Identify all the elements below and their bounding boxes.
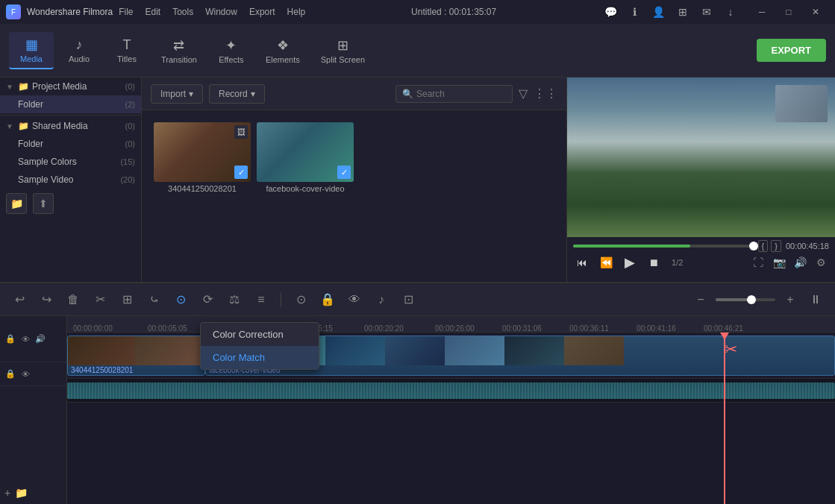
play-button[interactable]: ▶ [621, 253, 639, 271]
zoom-dot [747, 295, 756, 304]
import-button[interactable]: Import ▾ [151, 84, 203, 104]
search-input[interactable] [416, 89, 506, 99]
preview-video [567, 78, 835, 237]
video-clip-1[interactable]: 340441250028201 [67, 336, 205, 376]
folder-track-icon[interactable]: 📁 [15, 487, 28, 499]
user-icon[interactable]: 👤 [650, 3, 668, 21]
media-area: Import ▾ Record ▾ 🔍 ▽ ⋮⋮ 🖼 ✓ 34044125002 [142, 78, 566, 282]
title-bar: F Wondershare Filmora File Edit Tools Wi… [0, 0, 835, 24]
media-label-2: facebook-cover-video [257, 184, 354, 193]
eye-icon[interactable]: 👁 [344, 289, 365, 310]
toolbar-split-screen[interactable]: ⊞ Split Screen [312, 33, 374, 69]
progress-bar[interactable] [573, 245, 754, 248]
add-track-icon[interactable]: + [4, 487, 10, 499]
rotate-button[interactable]: ⤿ [143, 289, 164, 310]
clip-2-frame-5 [445, 336, 504, 365]
skip-back-button[interactable]: ⏮ [573, 253, 591, 271]
toolbar-elements[interactable]: ❖ Elements [257, 33, 309, 69]
menu-file[interactable]: File [119, 7, 133, 17]
grid-view-icon[interactable]: ⋮⋮ [534, 86, 557, 101]
info-icon[interactable]: ℹ [626, 3, 644, 21]
bracket-left-button[interactable]: { [758, 240, 769, 252]
filter-icon[interactable]: ▽ [519, 86, 528, 101]
close-button[interactable]: ✕ [802, 3, 829, 21]
media-icon: ▦ [25, 37, 38, 53]
community-icon[interactable]: 💬 [602, 3, 620, 21]
sidebar-item-folder-2[interactable]: Folder (0) [0, 135, 141, 153]
menu-window[interactable]: Window [205, 7, 237, 17]
menu-help[interactable]: Help [287, 7, 306, 17]
delete-button[interactable]: 🗑 [63, 289, 84, 310]
step-back-button[interactable]: ⏪ [597, 253, 615, 271]
menu-tools[interactable]: Tools [172, 7, 193, 17]
snap-icon[interactable]: ⊡ [398, 289, 419, 310]
sample-colors-label: Sample Colors [18, 157, 117, 167]
audio-icon: ♪ [76, 37, 83, 53]
project-media-count: (0) [125, 82, 135, 91]
keyframe-button[interactable]: ⟳ [197, 289, 218, 310]
split-screen-icon: ⊞ [337, 37, 348, 54]
media-item-2[interactable]: ✓ facebook-cover-video [257, 122, 354, 193]
layout-icon[interactable]: ⊞ [674, 3, 692, 21]
sidebar-item-project-media[interactable]: ▼ 📁 Project Media (0) [0, 78, 141, 95]
playhead-line [724, 333, 725, 504]
ruler-mark-9: 00:00:46:21 [704, 324, 743, 333]
minimize-button[interactable]: ─ [748, 3, 775, 21]
toolbar-transition[interactable]: ⇄ Transition [152, 33, 206, 69]
audio-waveform [67, 382, 835, 399]
title-bar-right: 💬 ℹ 👤 ⊞ ✉ ↓ ─ □ ✕ [602, 3, 829, 21]
ruler-mark-5: 00:00:26:00 [435, 324, 475, 333]
zoom-minus-button[interactable]: − [692, 291, 710, 309]
sidebar-item-folder-1[interactable]: Folder (2) [0, 95, 141, 113]
download-icon[interactable]: ↓ [722, 3, 739, 21]
import-media-button[interactable]: ⬆ [33, 193, 54, 214]
toolbar-audio[interactable]: ♪ Audio [57, 33, 101, 68]
bracket-right-button[interactable]: } [771, 240, 781, 252]
left-sidebar: ▼ 📁 Project Media (0) Folder (2) ▼ 📁 Sha… [0, 78, 142, 282]
new-folder-button[interactable]: 📁 [6, 193, 27, 214]
speed-button[interactable]: ⚖ [224, 289, 245, 310]
eye-audio-icon[interactable]: 👁 [19, 368, 31, 380]
zoom-slider[interactable] [716, 298, 775, 301]
fullscreen-icon[interactable]: ⛶ [750, 254, 766, 271]
settings-icon[interactable]: ⚙ [813, 254, 829, 271]
timeline-toolbar: ↩ ↪ 🗑 ✂ ⊞ ⤿ ⊙ ⟳ ⚖ ≡ ⊙ 🔒 👁 ♪ ⊡ − + ⏸ [0, 283, 835, 316]
crop-button[interactable]: ⊞ [116, 289, 137, 310]
pause-all-button[interactable]: ⏸ [805, 289, 826, 310]
cut-button[interactable]: ✂ [90, 289, 110, 310]
eye-track-icon[interactable]: 👁 [19, 333, 31, 345]
sample-video-count: (20) [120, 175, 135, 184]
redo-button[interactable]: ↪ [36, 289, 57, 310]
snapshot-icon[interactable]: 📷 [771, 254, 787, 271]
separator [281, 292, 281, 307]
lock-audio-icon[interactable]: 🔒 [4, 368, 16, 380]
more-button[interactable]: ≡ [251, 289, 272, 310]
toolbar-effects[interactable]: ✦ Effects [209, 33, 254, 69]
stop-button[interactable]: ⏹ [645, 253, 663, 271]
export-button[interactable]: EXPORT [757, 39, 826, 62]
toolbar-titles[interactable]: T Titles [104, 33, 149, 68]
mail-icon[interactable]: ✉ [698, 3, 716, 21]
zoom-plus-button[interactable]: + [781, 291, 799, 309]
record-button[interactable]: Record ▾ [209, 84, 265, 104]
undo-button[interactable]: ↩ [9, 289, 30, 310]
sidebar-item-sample-video[interactable]: Sample Video (20) [0, 171, 141, 189]
color-match-item[interactable]: Color Match [201, 346, 319, 369]
speaker-track-icon[interactable]: 🔊 [34, 333, 46, 345]
volume-icon[interactable]: 🔊 [792, 254, 808, 271]
sidebar-item-sample-colors[interactable]: Sample Colors (15) [0, 153, 141, 171]
sidebar-item-shared-media[interactable]: ▼ 📁 Shared Media (0) [0, 117, 141, 135]
toolbar-split-screen-label: Split Screen [321, 55, 365, 64]
maximize-button[interactable]: □ [775, 3, 802, 21]
color-correction-item[interactable]: Color Correction [201, 323, 319, 346]
audio-track-icon[interactable]: ♪ [371, 289, 392, 310]
fit-icon[interactable]: ⊙ [290, 289, 311, 310]
color-button[interactable]: ⊙ [170, 289, 191, 310]
media-toolbar: Import ▾ Record ▾ 🔍 ▽ ⋮⋮ [142, 78, 566, 110]
menu-export[interactable]: Export [249, 7, 275, 17]
lock-track-icon[interactable]: 🔒 [4, 333, 16, 345]
menu-edit[interactable]: Edit [146, 7, 161, 17]
toolbar-media[interactable]: ▦ Media [9, 32, 54, 69]
lock-icon[interactable]: 🔒 [317, 289, 338, 310]
media-item-1[interactable]: 🖼 ✓ 340441250028201 [154, 122, 251, 193]
